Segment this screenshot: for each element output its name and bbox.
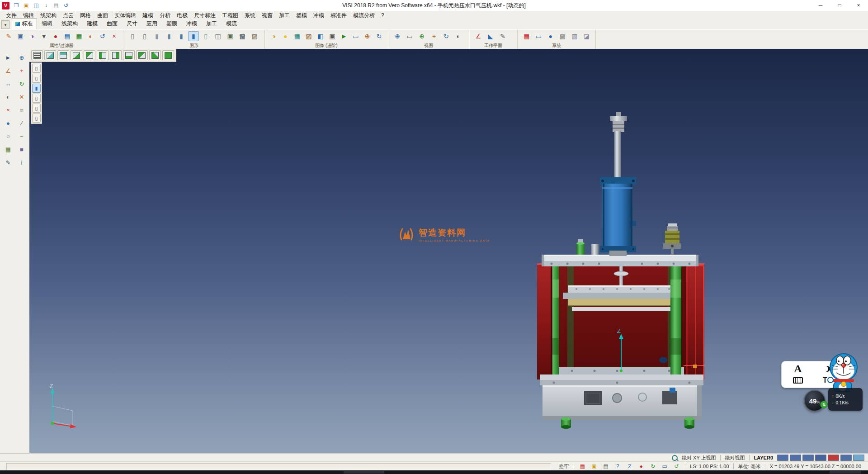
hiddenline-display-icon[interactable]: ▯ [139, 31, 150, 41]
world-globe-icon[interactable]: ● [545, 31, 556, 41]
scale-readout[interactable]: LS: 1.00 PS: 1.00 [686, 464, 733, 469]
monitor-settings-icon[interactable]: ▭ [533, 31, 544, 41]
surface-icon[interactable]: ▦ [2, 144, 14, 154]
units-readout[interactable]: 单位: 毫米 [734, 463, 765, 470]
view-bottom-icon[interactable] [123, 50, 135, 60]
filter-type-icon[interactable]: ▦ [74, 31, 84, 41]
taskbar-clock-area[interactable] [830, 471, 861, 474]
monitor-icon[interactable]: ▭ [660, 462, 669, 470]
menu-item-standard-parts[interactable]: 标准件 [327, 11, 350, 20]
snap-grid-icon[interactable]: ▦ [578, 462, 587, 470]
print-icon[interactable]: ▤ [52, 1, 61, 10]
measure-icon[interactable]: ∠ [2, 66, 14, 76]
open-file-icon[interactable]: ▣ [22, 1, 31, 10]
view-shaded-green-icon[interactable] [162, 50, 174, 60]
tab-flow[interactable]: 模流 [222, 19, 241, 29]
background-editor-icon[interactable]: ◧ [316, 31, 326, 41]
shaded-edges-display-icon[interactable]: ▮ [164, 31, 175, 41]
absolute-view-status[interactable]: 绝对视图 [725, 455, 745, 461]
view-top-icon[interactable] [57, 50, 69, 60]
new-file-icon[interactable]: ❐ [12, 1, 21, 10]
attr-match-icon[interactable]: ◑ [27, 31, 38, 41]
zoom-extents-icon[interactable]: ⊕ [392, 31, 403, 41]
windows-taskbar[interactable] [0, 470, 868, 474]
filter-clear-icon[interactable]: × [109, 31, 119, 41]
zoom-window-icon[interactable]: ▭ [404, 31, 415, 41]
light-settings-icon[interactable]: ◑ [269, 31, 279, 41]
ime-language-button[interactable]: A [794, 363, 802, 374]
view-2d-icon[interactable]: 2 [625, 462, 634, 470]
rotate-view-icon[interactable]: ↻ [441, 31, 452, 41]
sync-badge-icon[interactable]: ⇅ [820, 401, 828, 408]
curve-icon[interactable]: ~ [16, 131, 28, 141]
tab-application[interactable]: 应用 [142, 19, 162, 29]
workplane-edit-icon[interactable]: ✎ [497, 31, 508, 41]
workplane-xyz-icon[interactable]: ∠ [473, 31, 484, 41]
sun-light-icon[interactable]: ● [280, 31, 291, 41]
filter-layer-icon[interactable]: ▤ [62, 31, 73, 41]
info-icon[interactable]: i [16, 157, 28, 167]
save-icon[interactable]: ◫ [32, 1, 41, 10]
tab-standard[interactable]: 标准 [11, 19, 37, 29]
net-speed-panel[interactable]: ↑0K/s ↓0.1K/s [828, 388, 863, 411]
layers-icon[interactable]: ≡ [16, 105, 28, 115]
mirror-icon[interactable]: ◐ [2, 92, 14, 102]
move-icon[interactable]: ↔ [2, 79, 14, 89]
active-layer-label[interactable]: LAYER0 [754, 455, 773, 460]
layer-color-6[interactable] [840, 455, 852, 461]
circle-icon[interactable]: ○ [2, 131, 14, 141]
zoom-in-icon[interactable]: ⊕ [416, 31, 427, 41]
view-dimetric-icon[interactable] [149, 50, 161, 60]
layer-color-7[interactable] [853, 455, 864, 461]
snap-lock-label[interactable]: 拴牢 [555, 463, 573, 470]
refresh-image-icon[interactable]: ↻ [374, 31, 384, 41]
sync-icon[interactable]: ↺ [672, 462, 681, 470]
attr-edit-icon[interactable]: ✎ [4, 31, 14, 41]
shaded-display-icon[interactable]: ▮ [151, 31, 162, 41]
help-icon[interactable]: ? [613, 462, 622, 470]
active-shaded-display-icon[interactable]: ▮ [188, 31, 199, 41]
texture-editor-icon[interactable]: ▨ [304, 31, 314, 41]
render-region-icon[interactable]: ⊕ [362, 31, 373, 41]
menu-item-machining[interactable]: 加工 [276, 11, 293, 20]
filter-color-icon[interactable]: ● [51, 31, 61, 41]
analysis-display-icon[interactable]: ▣ [225, 31, 236, 41]
trim-icon[interactable]: ✕ [16, 92, 28, 102]
image-capture-icon[interactable]: ▣ [590, 462, 599, 470]
animation-play-icon[interactable]: ► [339, 31, 349, 41]
print-status-icon[interactable]: ▤ [601, 462, 610, 470]
menu-item-mould[interactable]: 塑模 [293, 11, 310, 20]
display-hidden-icon[interactable]: ▯ [32, 94, 41, 103]
viewport-3d[interactable]: Z ▯▯▮▯▯▯ 智造资料网 INTELLIGENT MANUFACTURING… [29, 49, 868, 453]
view-left-icon[interactable] [97, 50, 108, 60]
layer-color-5[interactable] [828, 455, 839, 461]
zebra-display-icon[interactable]: ▩ [237, 31, 248, 41]
solid-icon[interactable]: ■ [16, 144, 28, 154]
display-ghost-icon[interactable]: ▯ [32, 104, 41, 113]
view-iso-icon[interactable] [44, 50, 56, 60]
tab-modeling[interactable]: 建模 [82, 19, 102, 29]
line-icon[interactable]: ∕ [16, 118, 28, 128]
wireframe-display-icon[interactable]: ▯ [127, 31, 138, 41]
gouraud-display-icon[interactable]: ▮ [176, 31, 187, 41]
sketch-icon[interactable]: ✎ [2, 157, 14, 167]
import-icon[interactable]: ↓ [42, 1, 51, 10]
display-edges-icon[interactable]: ▯ [32, 114, 41, 123]
tab-surface[interactable]: 曲面 [102, 19, 122, 29]
tab-dimension[interactable]: 尺寸 [122, 19, 142, 29]
layer-color-1[interactable] [777, 455, 788, 461]
tab-die[interactable]: 冲模 [182, 19, 202, 29]
menu-item-window[interactable]: 视窗 [259, 11, 276, 20]
layer-color-3[interactable] [802, 455, 814, 461]
data-table-icon[interactable]: ▥ [569, 31, 580, 41]
view-right-icon[interactable] [110, 50, 122, 60]
viewport-capture-icon[interactable]: ▭ [350, 31, 361, 41]
tab-overflow-button[interactable]: ▾ [1, 20, 9, 29]
display-solid-icon[interactable]: ▯ [32, 64, 41, 73]
workplane-face-icon[interactable]: ◣ [485, 31, 496, 41]
views-menu-icon[interactable] [31, 50, 43, 60]
snap-icon[interactable]: + [16, 66, 28, 76]
tab-mould[interactable]: 塑膜 [162, 19, 182, 29]
tab-edit[interactable]: 编辑 [37, 19, 57, 29]
pan-icon[interactable]: + [429, 31, 439, 41]
